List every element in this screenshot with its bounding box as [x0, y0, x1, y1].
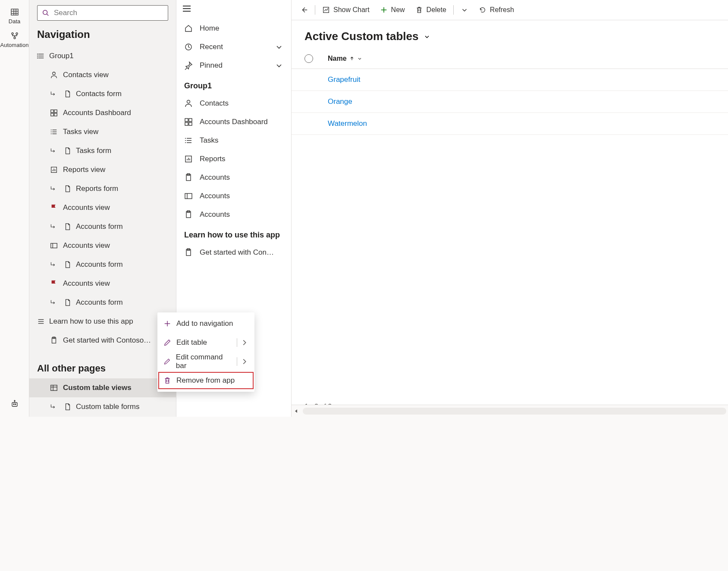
- delete-dropdown-button[interactable]: [456, 0, 473, 20]
- search-box[interactable]: [37, 5, 168, 21]
- site-accounts-1[interactable]: Accounts: [176, 168, 291, 187]
- navigation-heading: Navigation: [29, 26, 176, 47]
- nav-item-label: Accounts Dashboard: [63, 109, 131, 117]
- nav-item-accounts-form-2[interactable]: Accounts form: [29, 255, 176, 274]
- triangle-left-icon: [294, 409, 298, 413]
- svg-rect-36: [51, 243, 57, 248]
- site-pinned[interactable]: Pinned: [176, 56, 291, 75]
- site-get-started[interactable]: Get started with Con…: [176, 243, 291, 262]
- nav-item-get-started[interactable]: Get started with Contoso…: [29, 331, 176, 350]
- nav-item-accounts-form-3[interactable]: Accounts form: [29, 293, 176, 312]
- site-reports[interactable]: Reports: [176, 150, 291, 168]
- site-tasks[interactable]: Tasks: [176, 131, 291, 150]
- horizontal-scrollbar[interactable]: [292, 405, 728, 417]
- nav-group-learn[interactable]: Learn how to use this app: [29, 312, 176, 331]
- rail-bot[interactable]: [0, 396, 29, 413]
- site-accounts-2[interactable]: Accounts: [176, 187, 291, 205]
- row-link[interactable]: Orange: [304, 97, 352, 106]
- back-button[interactable]: [296, 0, 312, 20]
- table-header: Name: [292, 48, 728, 69]
- sublink-icon: [50, 223, 57, 230]
- show-chart-button[interactable]: Show Chart: [318, 0, 374, 20]
- svg-point-53: [187, 100, 190, 103]
- nav-item-accounts-view-1[interactable]: Accounts view: [29, 198, 176, 217]
- nav-item-reports-view[interactable]: Reports view: [29, 160, 176, 179]
- row-link[interactable]: Watermelon: [304, 119, 367, 128]
- nav-item-label: Tasks view: [63, 128, 98, 136]
- nav-item-tasks-view[interactable]: Tasks view: [29, 122, 176, 141]
- column-label: Name: [328, 55, 347, 62]
- site-item-label: Pinned: [200, 61, 223, 70]
- nav-item-label: Reports form: [76, 184, 118, 193]
- table-row[interactable]: Grapefruit: [292, 69, 728, 91]
- svg-point-20: [37, 58, 38, 58]
- context-menu: Add to navigation Edit table Edit comman…: [157, 312, 254, 392]
- refresh-button[interactable]: Refresh: [474, 0, 518, 20]
- site-accounts-dashboard[interactable]: Accounts Dashboard: [176, 112, 291, 131]
- scroll-left-button[interactable]: [292, 405, 301, 417]
- clock-icon: [184, 43, 193, 51]
- svg-rect-55: [189, 119, 192, 122]
- site-home[interactable]: Home: [176, 19, 291, 37]
- chevron-down-icon[interactable]: [424, 33, 430, 40]
- menu-edit-table[interactable]: Edit table: [157, 333, 254, 352]
- nav-item-label: Accounts view: [63, 279, 110, 288]
- column-header-name[interactable]: Name: [322, 55, 362, 62]
- menu-edit-command-bar[interactable]: Edit command bar: [157, 352, 254, 371]
- site-accounts-3[interactable]: Accounts: [176, 205, 291, 224]
- nav-item-accounts-dashboard[interactable]: Accounts Dashboard: [29, 103, 176, 122]
- menu-remove-from-app[interactable]: Remove from app: [157, 371, 254, 390]
- nav-item-reports-form[interactable]: Reports form: [29, 179, 176, 198]
- delete-button[interactable]: Delete: [411, 0, 451, 20]
- chevron-down-icon: [275, 43, 283, 51]
- svg-point-5: [12, 33, 13, 34]
- nav-group-group1[interactable]: Group1: [29, 47, 176, 66]
- list-icon: [50, 128, 58, 136]
- svg-point-19: [37, 56, 38, 56]
- site-item-label: Accounts: [200, 192, 230, 200]
- select-all-checkbox[interactable]: [304, 54, 322, 63]
- view-header: Active Custom tables: [292, 20, 728, 48]
- hamburger-button[interactable]: [176, 0, 291, 19]
- row-link[interactable]: Grapefruit: [304, 75, 361, 84]
- nav-item-contacts-view[interactable]: Contacts view: [29, 66, 176, 84]
- search-input[interactable]: [54, 9, 163, 17]
- svg-rect-70: [185, 193, 192, 199]
- rail-data[interactable]: Data: [0, 4, 29, 28]
- cmd-label: Refresh: [490, 6, 514, 14]
- site-recent[interactable]: Recent: [176, 37, 291, 56]
- svg-rect-57: [189, 122, 192, 125]
- table-row[interactable]: Watermelon: [292, 113, 728, 135]
- clipboard-icon: [184, 210, 193, 219]
- new-button[interactable]: New: [376, 0, 409, 20]
- left-rail: Data Automation: [0, 0, 29, 417]
- document-icon: [64, 223, 72, 231]
- nav-item-label: Custom table forms: [76, 403, 139, 411]
- rail-data-label: Data: [9, 18, 20, 25]
- nav-item-custom-table-views[interactable]: Custom table views: [29, 378, 176, 397]
- nav-item-contacts-form[interactable]: Contacts form: [29, 84, 176, 103]
- navigation-panel: Navigation Group1 Contacts view Contacts…: [29, 0, 176, 417]
- nav-item-accounts-view-3[interactable]: Accounts view: [29, 274, 176, 293]
- menu-add-to-navigation[interactable]: Add to navigation: [157, 314, 254, 333]
- nav-item-custom-table-forms[interactable]: Custom table forms: [29, 397, 176, 416]
- dashboard-icon: [50, 109, 58, 117]
- rail-automation[interactable]: Automation: [0, 28, 29, 52]
- view-title: Active Custom tables: [304, 30, 418, 43]
- nav-item-accounts-view-2[interactable]: Accounts view: [29, 236, 176, 255]
- separator: [315, 5, 315, 15]
- menu-item-label: Add to navigation: [176, 319, 233, 328]
- sublink-icon: [50, 90, 57, 97]
- table-row[interactable]: Orange: [292, 91, 728, 113]
- document-icon: [64, 403, 72, 411]
- nav-item-accounts-form-1[interactable]: Accounts form: [29, 217, 176, 236]
- nav-item-label: Accounts form: [76, 298, 123, 307]
- nav-item-tasks-form[interactable]: Tasks form: [29, 141, 176, 160]
- site-contacts[interactable]: Contacts: [176, 94, 291, 112]
- report-icon: [184, 155, 193, 163]
- site-item-label: Accounts: [200, 173, 230, 182]
- document-icon: [64, 261, 72, 268]
- scroll-track[interactable]: [303, 408, 726, 415]
- nav-item-label: Accounts view: [63, 241, 110, 250]
- svg-point-9: [13, 404, 14, 405]
